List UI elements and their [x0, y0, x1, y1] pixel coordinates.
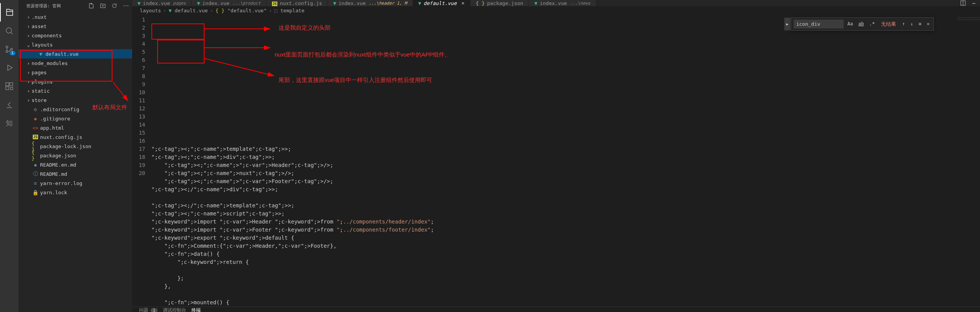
svg-point-3 [11, 48, 13, 50]
new-folder-icon[interactable] [100, 3, 106, 9]
regex-icon[interactable]: .* [868, 19, 876, 29]
js-icon: JS [272, 0, 278, 6]
folder-item[interactable]: ›node_modules [18, 58, 132, 68]
file-item[interactable]: <>app.html [18, 123, 132, 132]
arrow-footer [205, 57, 278, 80]
svg-point-1 [6, 46, 8, 48]
annotation-nuxt: nuxt里面页面打包后都会渲染到nuxt组件中类似于vue中的APP组件。 [275, 50, 450, 58]
terminal-tab[interactable]: 终端 [191, 307, 201, 312]
breadcrumb-item[interactable]: ⬚ template [274, 8, 304, 13]
match-case-icon[interactable]: Aa [846, 19, 854, 29]
arrow-header [205, 25, 274, 33]
new-file-icon[interactable] [88, 3, 94, 9]
tab[interactable]: { }package.json [470, 0, 529, 6]
find-expand-icon[interactable]: ▶ [784, 18, 790, 30]
json-icon: { } [476, 0, 485, 6]
tab[interactable]: ▼default.vue× [413, 0, 470, 6]
annotation-box-div-header [151, 23, 205, 40]
minimap[interactable] [957, 15, 980, 307]
find-prev-icon[interactable]: ↑ [901, 19, 906, 29]
folder-item[interactable]: ›plugins [18, 77, 132, 86]
file-item[interactable]: ⓘREADME.md [18, 169, 132, 179]
file-item[interactable]: ◆.gitignore [18, 114, 132, 123]
problems-tab[interactable]: 问题 1 [139, 307, 158, 312]
sidebar-title: 资源管理器: 官网 [26, 3, 61, 9]
svg-point-9 [126, 5, 126, 6]
editor[interactable]: 1234567891011121314151617181920 ▶ Aa ab … [132, 15, 980, 307]
debug-console-tab[interactable]: 调试控制台 [163, 307, 186, 312]
tab[interactable]: ▼index.vue...\header 1, M [328, 0, 413, 6]
scm-badge: 1 [10, 51, 15, 55]
svg-rect-6 [6, 87, 9, 90]
problems-count: 1 [151, 308, 158, 312]
folder-item[interactable]: ›asset [18, 22, 132, 31]
vue-icon: ▼ [138, 0, 141, 6]
file-item[interactable]: ≡yarn-error.log [18, 179, 132, 188]
folder-item[interactable]: ⌄layouts [18, 40, 132, 49]
vue-icon: ▼ [197, 0, 200, 6]
svg-point-10 [128, 5, 128, 6]
find-close-icon[interactable]: ✕ [925, 19, 931, 29]
match-word-icon[interactable]: ab [857, 19, 865, 29]
annotation-header: 这是我自定义的头部 [279, 23, 331, 32]
file-tree: ›.nuxt›asset›components⌄layouts▼default.… [18, 12, 132, 312]
split-editor-icon[interactable] [960, 0, 966, 6]
svg-rect-7 [10, 87, 13, 90]
find-selection-icon[interactable]: ≡ [917, 19, 923, 29]
tab[interactable]: ▼index.vue...\news [529, 0, 596, 6]
annotation-box-nuxt-footer [157, 40, 205, 63]
sidebar: 资源管理器: 官网 ›.nuxt›asset›components⌄layout… [18, 0, 132, 312]
find-widget: ▶ Aa ab .* 无结果 ↑ ↓ ≡ ✕ [791, 17, 934, 31]
annotation-layout-label: 默认布局文件 [92, 104, 127, 111]
svg-point-8 [124, 5, 124, 6]
sidebar-header: 资源管理器: 官网 [18, 0, 132, 12]
breadcrumb-item[interactable]: { } "default.vue" [215, 8, 267, 13]
tab-bar: ▼index.vuepages▼index.vue...\productJSnu… [132, 0, 980, 6]
folder-item[interactable]: ›.nuxt [18, 12, 132, 22]
source-control-icon[interactable]: 1 [0, 40, 18, 58]
bottom-panel: 问题 1 调试控制台 终端 [132, 307, 980, 312]
svg-point-0 [6, 28, 12, 33]
tab[interactable]: ▼index.vuepages [132, 0, 191, 6]
search-icon[interactable] [0, 22, 18, 40]
activity-bar: 1 知 [0, 0, 18, 312]
debug-icon[interactable] [0, 58, 18, 77]
breadcrumb-item[interactable]: ▼ default.vue [169, 8, 208, 13]
line-gutter: 1234567891011121314151617181920 [132, 15, 151, 307]
find-input[interactable] [794, 20, 844, 28]
find-next-icon[interactable]: ↓ [909, 19, 915, 29]
breadcrumb[interactable]: layouts›▼ default.vue›{ } "default.vue"›… [132, 6, 980, 15]
annotation-footer: 尾部，这里直接跟vue项目中一样引入注册组件然后使用即可 [279, 76, 432, 84]
find-result: 无结果 [881, 20, 896, 28]
svg-rect-4 [6, 83, 9, 86]
file-item[interactable]: 🔒yarn.lock [18, 188, 132, 197]
vue-icon: ▼ [534, 0, 537, 6]
file-item[interactable]: ◆README.en.md [18, 160, 132, 169]
code-content[interactable]: ▶ Aa ab .* 无结果 ↑ ↓ ≡ ✕ 这是我自定义的头部 nuxt里面页… [151, 15, 957, 307]
tab[interactable]: JSnuxt.config.js [267, 0, 328, 6]
svg-point-2 [6, 51, 8, 53]
file-item[interactable]: { }package.json [18, 151, 132, 160]
collapse-icon[interactable] [123, 3, 129, 9]
zhihu-icon[interactable]: 知 [0, 114, 18, 132]
explorer-icon[interactable] [0, 3, 18, 22]
folder-item[interactable]: ›pages [18, 68, 132, 77]
tab[interactable]: ▼index.vue...\product [191, 0, 266, 6]
svg-rect-5 [10, 83, 13, 86]
vue-icon: ▼ [418, 0, 421, 6]
file-item[interactable]: ▼default.vue [18, 49, 132, 58]
close-icon[interactable]: × [461, 0, 465, 6]
extensions-icon[interactable] [0, 77, 18, 95]
arrow-nuxt [205, 44, 274, 52]
more-icon[interactable]: ⋯ [972, 0, 975, 6]
breadcrumb-item[interactable]: layouts [140, 8, 161, 13]
main-area: ▼index.vuepages▼index.vue...\productJSnu… [132, 0, 980, 312]
back-icon[interactable] [0, 95, 18, 114]
folder-item[interactable]: ›components [18, 31, 132, 40]
svg-line-15 [205, 58, 274, 76]
refresh-icon[interactable] [111, 3, 117, 9]
folder-item[interactable]: ›store [18, 95, 132, 105]
folder-item[interactable]: ›static [18, 86, 132, 95]
vue-icon: ▼ [333, 0, 336, 6]
